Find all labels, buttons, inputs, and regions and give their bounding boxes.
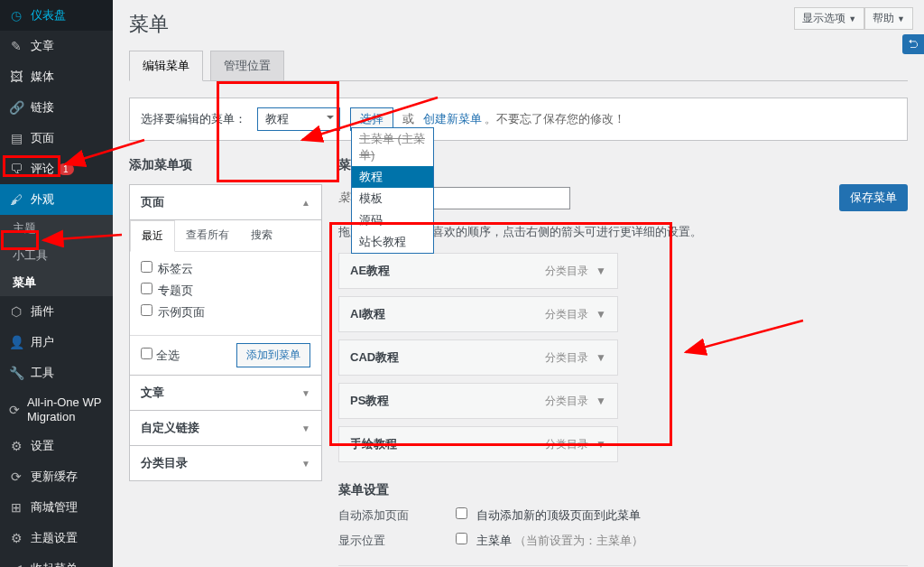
page-item-1[interactable]: 专题页 [141,283,310,299]
page-title: 菜单 [129,11,908,38]
menu-settings: 菜单设置 自动添加页面 自动添加新的顶级页面到此菜单 显示位置 主菜单 （当前设… [338,482,908,567]
pages-footer: 全选 添加到菜单 [130,335,321,375]
sidebar-dashboard[interactable]: ◷仪表盘 [0,0,113,31]
add-items-title: 添加菜单项 [129,157,322,173]
select-label: 选择要编辑的菜单： [141,112,246,125]
dashboard-icon: ◷ [9,8,23,23]
menu-item-label: AE教程 [350,263,390,279]
screen-options-button[interactable]: 显示选项▼ [794,7,864,30]
user-icon: 👤 [9,335,23,349]
plugin-icon: ⬡ [9,304,23,319]
comment-icon: 🗨 [9,162,23,176]
page-checkbox-1[interactable] [141,283,152,294]
display-checkbox[interactable] [456,533,467,544]
nav-tabs: 编辑菜单 管理位置 [129,51,908,81]
pages-panel: 页面▲ 最近 查看所有 搜索 标签云 专题页 示例页面 全选 添加到菜单 [129,184,322,376]
select-all[interactable]: 全选 [141,348,180,364]
sidebar-appearance[interactable]: 🖌外观 [0,184,113,215]
sidebar-aio[interactable]: ⟳All-in-One WP Migration [0,388,113,431]
dropdown-item-1[interactable]: 教程 [352,166,433,188]
menu-item-card[interactable]: CAD教程分类目录 ▼ [338,339,618,376]
save-menu-button-top[interactable]: 保存菜单 [839,184,908,211]
tab-recent[interactable]: 最近 [130,220,175,252]
screen-toggles: 显示选项▼ 帮助▼ [794,7,913,30]
page-checkbox-0[interactable] [141,261,152,273]
gear-icon: ⚙ [9,531,23,545]
refresh-icon: ⟳ [9,469,23,484]
menu-item-card[interactable]: 手绘教程分类目录 ▼ [338,426,618,462]
dropdown-item-0[interactable]: 主菜单 (主菜单) [352,128,433,166]
sidebar-tools[interactable]: 🔧工具 [0,358,113,388]
sidebar-users[interactable]: 👤用户 [0,327,113,358]
auto-add-checkbox[interactable] [456,507,467,519]
sidebar-themeopt[interactable]: ⚙主题设置 [0,523,113,553]
or-text: 或 [402,112,414,125]
submenu-widgets[interactable]: 小工具 [0,242,113,269]
auto-add-label: 自动添加页面 [338,507,456,524]
categories-panel: 分类目录▼ [129,445,322,481]
menu-select-bar: 选择要编辑的菜单： 教程 选择 或 创建新菜单 。不要忘了保存您的修改！ 主菜单… [129,98,908,141]
display-label: 显示位置 [338,533,456,549]
menu-item-meta: 分类目录 ▼ [545,437,606,452]
dropdown-item-2[interactable]: 模板 [352,188,433,209]
sidebar-posts[interactable]: ✎文章 [0,31,113,61]
page-checkbox-2[interactable] [141,304,152,316]
pages-panel-header[interactable]: 页面▲ [130,185,321,220]
chevron-down-icon[interactable]: ▼ [596,395,606,407]
sidebar-plugins[interactable]: ⬡插件 [0,296,113,327]
submenu-menus[interactable]: 菜单 [0,269,113,296]
sidebar-comments[interactable]: 🗨评论1 [0,153,113,184]
categories-panel-header[interactable]: 分类目录▼ [130,446,321,480]
posts-panel-header[interactable]: 文章▼ [130,376,321,410]
settings-icon: ⚙ [9,439,23,453]
mall-icon: ⊞ [9,500,23,515]
chevron-down-icon[interactable]: ▼ [596,265,606,277]
chevron-down-icon[interactable]: ▼ [596,438,606,451]
menu-item-meta: 分类目录 ▼ [545,264,606,279]
chevron-down-icon[interactable]: ▼ [596,351,606,364]
comment-badge: 1 [58,163,74,175]
admin-sidebar: ◷仪表盘 ✎文章 🖾媒体 🔗链接 ▤页面 🗨评论1 🖌外观 主题 小工具 菜单 … [0,0,113,567]
tab-all[interactable]: 查看所有 [175,220,240,251]
add-to-menu-button[interactable]: 添加到菜单 [236,343,310,367]
chevron-down-icon: ▼ [848,14,856,23]
menu-item-meta: 分类目录 ▼ [545,350,606,366]
chevron-up-icon: ▲ [301,198,310,208]
help-button[interactable]: 帮助▼ [864,7,913,30]
auto-add-option[interactable]: 自动添加新的顶级页面到此菜单 [456,507,641,524]
tab-edit[interactable]: 编辑菜单 [129,51,203,81]
sidebar-update[interactable]: ⟳更新缓存 [0,461,113,492]
dropdown-item-4[interactable]: 站长教程 [352,231,433,253]
sidebar-mall[interactable]: ⊞商城管理 [0,492,113,523]
menu-item-label: PS教程 [350,393,389,409]
page-item-0[interactable]: 标签云 [141,261,310,277]
tab-search[interactable]: 搜索 [240,220,283,251]
select-all-checkbox[interactable] [141,348,152,359]
create-menu-link[interactable]: 创建新菜单 [423,112,482,125]
menu-item-label: AI教程 [350,306,385,322]
sidebar-collapse[interactable]: ◀收起菜单 [0,553,113,567]
posts-panel: 文章▼ [129,375,322,411]
chevron-down-icon[interactable]: ▼ [596,308,606,321]
submenu-themes[interactable]: 主题 [0,215,113,242]
pages-inner-tabs: 最近 查看所有 搜索 [130,220,321,252]
menu-item-card[interactable]: PS教程分类目录 ▼ [338,383,618,419]
page-item-2[interactable]: 示例页面 [141,304,310,321]
menu-item-label: 手绘教程 [350,436,397,452]
sidebar-media[interactable]: 🖾媒体 [0,61,113,92]
menu-dropdown-list: 主菜单 (主菜单) 教程 模板 源码 站长教程 [351,127,434,254]
sidebar-settings[interactable]: ⚙设置 [0,431,113,461]
menu-item-card[interactable]: AI教程分类目录 ▼ [338,296,618,332]
main-content: 显示选项▼ 帮助▼ ⮌ 菜单 编辑菜单 管理位置 选择要编辑的菜单： 教程 选择… [113,0,924,567]
menu-dropdown[interactable]: 教程 [257,107,340,131]
menu-item-meta: 分类目录 ▼ [545,307,606,322]
sidebar-pages[interactable]: ▤页面 [0,123,113,153]
feedback-tab[interactable]: ⮌ [902,34,924,54]
menu-items-list: AE教程分类目录 ▼AI教程分类目录 ▼CAD教程分类目录 ▼PS教程分类目录 … [338,253,908,462]
dropdown-item-3[interactable]: 源码 [352,209,433,231]
sidebar-links[interactable]: 🔗链接 [0,92,113,123]
links-panel-header[interactable]: 自定义链接▼ [130,411,321,445]
display-option[interactable]: 主菜单 （当前设置为：主菜单） [456,533,643,549]
tab-locations[interactable]: 管理位置 [210,51,284,80]
menu-item-card[interactable]: AE教程分类目录 ▼ [338,253,618,289]
